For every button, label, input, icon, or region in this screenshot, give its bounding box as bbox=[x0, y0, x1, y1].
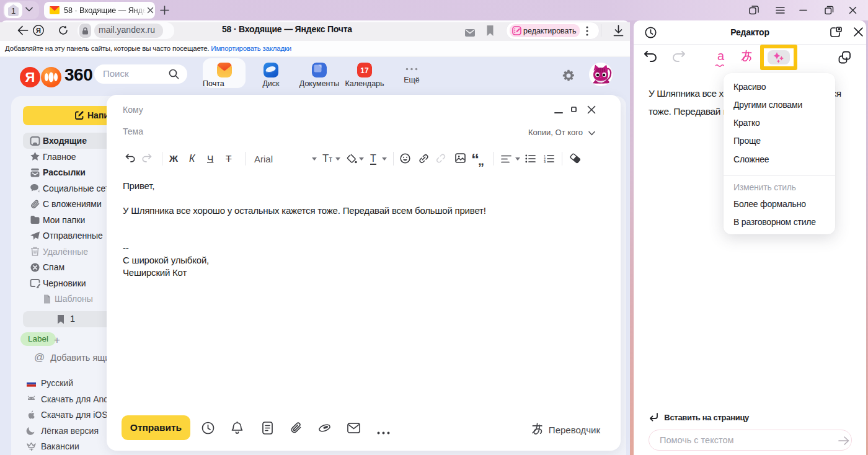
svg-text:3: 3 bbox=[544, 160, 546, 163]
svg-text:Я: Я bbox=[36, 27, 41, 34]
svg-text:17: 17 bbox=[360, 66, 369, 75]
